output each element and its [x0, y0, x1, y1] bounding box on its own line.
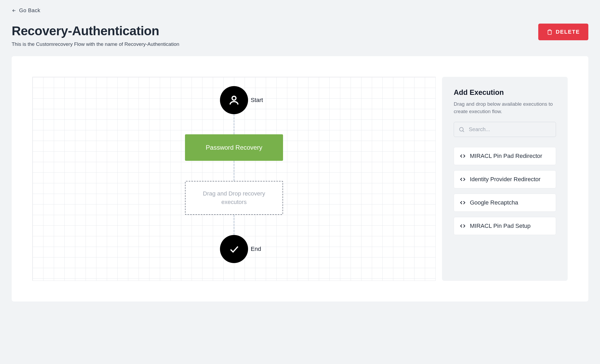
execution-item-label: MIRACL Pin Pad Redirector	[470, 153, 542, 159]
go-back-label: Go Back	[19, 7, 40, 14]
sidebar-title: Add Execution	[454, 88, 556, 97]
page-subtitle: This is the Customrecovery Flow with the…	[12, 41, 179, 47]
code-icon	[460, 176, 466, 182]
end-node-label: End	[251, 246, 261, 252]
flow-connector	[233, 114, 235, 134]
drop-zone[interactable]: Drag and Drop recovery executors	[185, 181, 283, 215]
execution-item[interactable]: Google Recaptcha	[454, 194, 556, 212]
end-node[interactable]: End	[220, 235, 248, 263]
flow-canvas[interactable]: Start Password Recovery Drag and Drop re…	[32, 77, 436, 281]
code-icon	[460, 200, 466, 206]
svg-point-0	[232, 96, 236, 100]
action-node[interactable]: Password Recovery	[185, 134, 283, 161]
delete-button-label: DELETE	[556, 29, 580, 35]
sidebar-description: Drag and drop below available executions…	[454, 100, 556, 115]
arrow-left-icon	[12, 8, 16, 13]
page-title: Recovery-Authentication	[12, 24, 179, 38]
search-icon	[458, 126, 465, 133]
execution-item[interactable]: Identity Provider Redirector	[454, 170, 556, 188]
code-icon	[460, 223, 466, 229]
execution-item[interactable]: MIRACL Pin Pad Setup	[454, 217, 556, 235]
delete-button[interactable]: DELETE	[538, 24, 588, 40]
start-node-label: Start	[251, 97, 263, 104]
action-node-label: Password Recovery	[206, 144, 262, 151]
flow-connector	[233, 161, 235, 181]
go-back-link[interactable]: Go Back	[12, 7, 40, 14]
execution-item-label: Google Recaptcha	[470, 199, 518, 206]
flow-connector	[233, 215, 235, 235]
check-icon	[228, 243, 240, 255]
drop-zone-label: Drag and Drop recovery executors	[203, 190, 265, 205]
execution-item[interactable]: MIRACL Pin Pad Redirector	[454, 147, 556, 165]
execution-sidebar: Add Execution Drag and drop below availa…	[442, 77, 568, 281]
start-node[interactable]: Start	[220, 86, 248, 114]
svg-point-1	[460, 127, 463, 131]
execution-item-label: Identity Provider Redirector	[470, 176, 541, 183]
code-icon	[460, 153, 466, 159]
search-input[interactable]	[454, 122, 556, 137]
execution-item-label: MIRACL Pin Pad Setup	[470, 223, 531, 229]
user-icon	[228, 94, 240, 106]
trash-icon	[547, 29, 553, 35]
